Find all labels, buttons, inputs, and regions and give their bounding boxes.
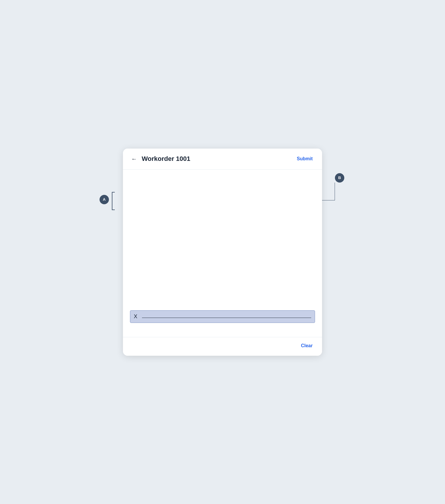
page-title: Workorder 1001 — [142, 155, 190, 163]
annotation-b-vline — [335, 183, 335, 200]
annotation-a-badge: A — [100, 195, 109, 204]
signature-line — [142, 318, 311, 318]
gap-area — [123, 323, 322, 337]
footer-section: Clear — [123, 337, 322, 356]
footer-wrapper: D E Clear F — [123, 337, 322, 356]
back-button[interactable]: ← — [130, 154, 138, 164]
header-left: ← Workorder 1001 — [130, 154, 190, 164]
submit-button[interactable]: Submit — [295, 155, 315, 163]
signature-x-label: X — [134, 314, 138, 320]
annotation-b-badge: B — [335, 173, 344, 183]
clear-button[interactable]: Clear — [299, 342, 315, 350]
main-card: ← Workorder 1001 Submit C X — [123, 149, 322, 356]
header: ← Workorder 1001 Submit — [123, 149, 322, 170]
content-area — [123, 170, 322, 310]
annotation-b-hline — [322, 200, 335, 200]
annotation-a-bracket — [112, 192, 115, 210]
signature-section: C X — [123, 310, 322, 323]
signature-row[interactable]: X — [130, 310, 315, 323]
